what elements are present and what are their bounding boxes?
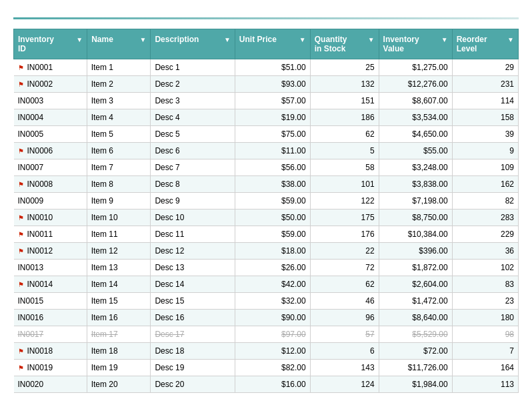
inventory-id-value: IN0015 (18, 296, 44, 306)
quantity-cell: 151 (310, 93, 379, 109)
unit-price-cell: $16.00 (235, 376, 310, 393)
inventory-id-value: IN0008 (27, 179, 53, 189)
inventory-id-col[interactable]: Inventory ID▼ (14, 29, 87, 59)
inventory-id-cell: ⚑IN0008 (14, 176, 87, 192)
reorder-level-cell: 7 (452, 343, 518, 360)
quantity-cell: 176 (310, 226, 379, 243)
unit-price-cell: $56.00 (235, 159, 310, 176)
reorder-level-cell: 231 (452, 76, 518, 93)
description-cell: Desc 1 (151, 59, 235, 76)
name-cell: Item 15 (87, 293, 151, 310)
dropdown-arrow-icon[interactable]: ▼ (299, 36, 306, 43)
quantity-cell: 101 (310, 176, 379, 193)
reorder-level-cell: 158 (452, 109, 518, 126)
table-row: ⚑IN0002Item 2Desc 2$93.00132$12,276.0023… (14, 76, 519, 93)
reorder-level-cell: 109 (452, 159, 518, 176)
table-row: IN0007Item 7Desc 7$56.0058$3,248.00109 (14, 159, 519, 176)
quantity-cell: 175 (310, 210, 379, 226)
inventory-value-cell: $8,607.00 (379, 93, 452, 109)
inventory-id-value: IN0020 (18, 380, 44, 389)
name-cell: Item 18 (87, 343, 151, 360)
inventory-value-cell: $8,640.00 (379, 310, 452, 326)
dropdown-arrow-icon[interactable]: ▼ (139, 36, 146, 43)
inventory-id-value: IN0012 (27, 246, 53, 256)
name-cell: Item 2 (87, 76, 151, 93)
reorder-level-cell: 23 (452, 293, 518, 310)
quantity-cell: 72 (310, 260, 379, 276)
reorder-level-cell: 98 (452, 326, 518, 343)
inventory-value-cell: $1,472.00 (379, 293, 452, 310)
name-cell: Item 1 (87, 59, 151, 76)
table-row: IN0005Item 5Desc 5$75.0062$4,650.0039 (14, 126, 519, 143)
flag-icon: ⚑ (18, 214, 24, 222)
inventory-value-cell: $55.00 (379, 143, 452, 159)
inventory-value-col[interactable]: Inventory Value▼ (379, 29, 452, 59)
quantity-cell: 5 (310, 143, 379, 159)
description-cell: Desc 12 (151, 243, 235, 260)
description-cell: Desc 16 (151, 310, 235, 326)
name-cell: Item 19 (87, 360, 151, 376)
unit-price-cell: $26.00 (235, 260, 310, 276)
table-row: ⚑IN0006Item 6Desc 6$11.005$55.009 (14, 143, 519, 159)
inventory-id-value: IN0018 (27, 346, 53, 356)
quantity-cell: 124 (310, 376, 379, 393)
inventory-value-cell: $10,384.00 (379, 226, 452, 243)
quantity-cell: 22 (310, 243, 379, 260)
inventory-id-value: IN0013 (18, 263, 44, 272)
dropdown-arrow-icon[interactable]: ▼ (368, 36, 375, 43)
flag-icon: ⚑ (18, 281, 24, 288)
table-wrapper: Inventory ID▼Name▼Description▼Unit Price… (13, 29, 519, 393)
inventory-id-cell: ⚑IN0018 (14, 343, 87, 359)
dropdown-arrow-icon[interactable]: ▼ (441, 36, 448, 43)
inventory-id-cell: ⚑IN0002 (14, 76, 87, 92)
flag-icon: ⚑ (18, 231, 24, 238)
inventory-id-cell: ⚑IN0006 (14, 143, 87, 159)
name-cell: Item 9 (87, 193, 151, 210)
table-row: ⚑IN0012Item 12Desc 12$18.0022$396.0036 (14, 243, 519, 260)
reorder-level-cell: 180 (452, 310, 518, 326)
dropdown-arrow-icon[interactable]: ▼ (507, 36, 514, 43)
reorder-level-cell: 283 (452, 210, 518, 226)
reorder-level-cell: 29 (452, 59, 518, 76)
dropdown-arrow-icon[interactable]: ▼ (224, 36, 231, 43)
name-cell: Item 20 (87, 376, 151, 393)
name-col[interactable]: Name▼ (87, 29, 151, 59)
inventory-id-value: IN0007 (18, 163, 44, 172)
inventory-id-cell: ⚑IN0011 (14, 226, 87, 242)
inventory-id-cell: IN0017 (14, 326, 87, 342)
unit-price-cell: $59.00 (235, 193, 310, 210)
inventory-id-value: IN0002 (27, 79, 53, 89)
inventory-id-cell: IN0004 (14, 109, 87, 125)
inventory-value-cell: $396.00 (379, 243, 452, 260)
inventory-id-cell: ⚑IN0010 (14, 210, 87, 226)
name-cell: Item 4 (87, 109, 151, 126)
table-row: IN0013Item 13Desc 13$26.0072$1,872.00102 (14, 260, 519, 276)
unit-price-cell: $32.00 (235, 293, 310, 310)
flag-icon: ⚑ (18, 364, 24, 372)
description-cell: Desc 9 (151, 193, 235, 210)
quantity-cell: 58 (310, 159, 379, 176)
inventory-id-cell: ⚑IN0012 (14, 243, 87, 259)
title-underline (13, 17, 519, 19)
inventory-id-value: IN0014 (27, 280, 53, 289)
inventory-id-value: IN0009 (18, 196, 44, 206)
reorder-level-col[interactable]: Reorder Level▼ (452, 29, 518, 59)
reorder-level-cell: 102 (452, 260, 518, 276)
inventory-id-value: IN0001 (27, 63, 53, 72)
table-row: ⚑IN0011Item 11Desc 11$59.00176$10,384.00… (14, 226, 519, 243)
description-col[interactable]: Description▼ (151, 29, 235, 59)
quantity-cell: 96 (310, 310, 379, 326)
table-row: ⚑IN0014Item 14Desc 14$42.0062$2,604.0083 (14, 276, 519, 293)
quantity-cell: 132 (310, 76, 379, 93)
name-cell: Item 12 (87, 243, 151, 260)
unit-price-col[interactable]: Unit Price▼ (235, 29, 310, 59)
inventory-value-cell: $3,838.00 (379, 176, 452, 193)
table-row: IN0009Item 9Desc 9$59.00122$7,198.0082 (14, 193, 519, 210)
reorder-level-cell: 113 (452, 376, 518, 393)
name-cell: Item 17 (87, 326, 151, 343)
inventory-id-value: IN0005 (18, 129, 44, 139)
reorder-level-cell: 162 (452, 176, 518, 193)
quantity-col[interactable]: Quantity in Stock▼ (310, 29, 379, 59)
inventory-id-value: IN0011 (27, 230, 53, 239)
dropdown-arrow-icon[interactable]: ▼ (76, 36, 83, 43)
